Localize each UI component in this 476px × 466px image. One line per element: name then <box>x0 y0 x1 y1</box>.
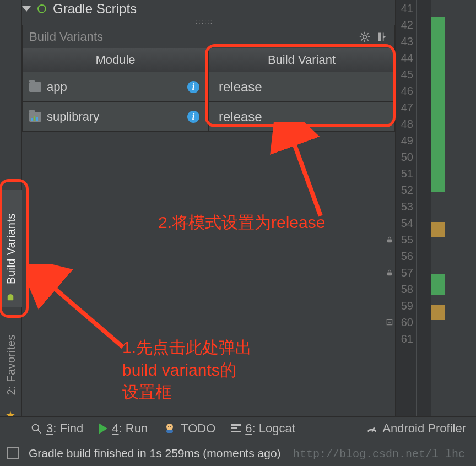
svg-rect-12 <box>378 32 381 41</box>
line-number: 45 <box>396 66 416 83</box>
lock-icon <box>386 269 393 277</box>
tool-label: 6: Logcat <box>245 421 295 436</box>
lock-icon <box>386 236 393 243</box>
info-icon[interactable]: i <box>187 111 199 123</box>
drag-handle-icon[interactable]: :::::: <box>196 18 213 25</box>
line-number: 42 <box>396 17 416 33</box>
svg-rect-15 <box>387 272 392 275</box>
svg-point-22 <box>166 424 173 430</box>
line-number: 54 <box>396 215 416 231</box>
panel-header: Build Variants <box>23 25 394 48</box>
error-stripe-marker[interactable] <box>431 305 445 320</box>
panel-title: Build Variants <box>29 30 103 44</box>
svg-line-18 <box>290 133 321 216</box>
annotation-arrow <box>260 122 332 221</box>
tool-tab-label: 2: Favorites <box>5 334 18 395</box>
svg-line-11 <box>367 33 369 35</box>
play-icon <box>99 423 107 434</box>
line-number: 43 <box>396 33 416 50</box>
line-number: 46 <box>396 83 416 99</box>
svg-rect-14 <box>387 239 392 242</box>
editor-gutter: 4142434445464748495051525354555657585960… <box>395 0 417 424</box>
tool-label: 4: Run <box>112 421 148 436</box>
hide-panel-icon[interactable] <box>377 31 388 42</box>
annotation-text: 2.将模式设置为release <box>158 212 390 234</box>
module-name: app <box>47 80 67 94</box>
error-stripe-marker[interactable] <box>431 222 445 237</box>
column-build-variant: Build Variant <box>209 48 394 72</box>
right-error-stripe <box>417 0 476 466</box>
module-folder-icon <box>29 112 41 122</box>
chevron-down-icon <box>22 6 31 12</box>
module-cell: suplibrary i <box>23 102 209 131</box>
status-indicator-icon[interactable] <box>7 447 19 459</box>
tool-todo[interactable]: TODO <box>163 421 215 436</box>
column-module: Module <box>23 48 209 72</box>
watermark-text: http://blog.csdn.net/l_lhc <box>293 448 465 460</box>
fold-icon[interactable] <box>386 318 393 326</box>
line-number: 58 <box>396 281 416 297</box>
line-number: 47 <box>396 99 416 116</box>
module-name: suplibrary <box>47 110 99 124</box>
tool-tab-label: Build Variants <box>5 213 18 284</box>
tool-logcat[interactable]: 6: Logcat <box>231 421 295 436</box>
table-header: Module Build Variant <box>23 48 394 72</box>
annotation-arrow <box>26 264 131 353</box>
tool-label: 3: Find <box>46 421 83 436</box>
tool-find[interactable]: 3: Find <box>31 421 83 436</box>
project-tree-item-gradle-scripts[interactable]: Gradle Scripts <box>22 0 137 18</box>
tool-label: TODO <box>181 421 215 436</box>
line-number: 57 <box>396 264 416 281</box>
info-icon[interactable]: i <box>187 81 199 93</box>
line-number: 44 <box>396 50 416 66</box>
module-cell: app i <box>23 72 209 101</box>
line-number: 41 <box>396 0 416 17</box>
svg-line-9 <box>367 39 369 41</box>
line-number: 53 <box>396 198 416 215</box>
svg-line-21 <box>38 430 41 433</box>
search-icon <box>31 423 42 434</box>
line-number: 61 <box>396 330 416 347</box>
tool-tab-build-variants[interactable]: Build Variants <box>0 190 22 307</box>
variant-value: release <box>215 79 262 95</box>
gear-icon[interactable] <box>359 31 370 42</box>
line-number: 50 <box>396 149 416 165</box>
svg-line-26 <box>372 427 375 431</box>
svg-line-10 <box>361 39 363 41</box>
line-number: 59 <box>396 297 416 314</box>
left-tool-strip: Build Variants 2: Favorites ★ <box>0 0 22 424</box>
line-number: 56 <box>396 248 416 264</box>
error-stripe-marker[interactable] <box>431 17 445 192</box>
build-variants-panel: Build Variants Module Build Variant <box>22 25 395 132</box>
bottom-tool-bar: 3: Find 4: Run TODO 6: Logcat Android Pr… <box>0 416 476 440</box>
tool-label: Android Profiler <box>382 421 466 436</box>
module-folder-icon <box>29 82 41 92</box>
svg-rect-0 <box>8 296 14 300</box>
svg-point-25 <box>170 426 171 427</box>
line-number: 49 <box>396 132 416 149</box>
line-number: 60 <box>396 314 416 330</box>
profiler-icon <box>366 422 378 435</box>
tool-android-profiler[interactable]: Android Profiler <box>366 421 466 436</box>
android-icon <box>6 292 15 303</box>
table-row: app i release <box>23 72 394 102</box>
todo-icon <box>163 422 176 435</box>
variant-cell[interactable]: release <box>209 102 394 131</box>
variant-value: release <box>215 109 262 124</box>
logcat-icon <box>231 424 241 432</box>
tree-item-label: Gradle Scripts <box>53 1 137 17</box>
error-stripe-marker[interactable] <box>431 274 445 295</box>
tool-tab-favorites[interactable]: 2: Favorites <box>0 322 22 408</box>
svg-line-19 <box>46 281 123 347</box>
variant-cell[interactable]: release <box>209 72 394 101</box>
svg-point-24 <box>168 426 169 427</box>
svg-point-20 <box>33 424 39 431</box>
line-number: 51 <box>396 165 416 182</box>
svg-rect-23 <box>166 430 173 433</box>
tool-run[interactable]: 4: Run <box>99 421 148 436</box>
table-row: suplibrary i release <box>23 102 394 132</box>
annotation-text: 1.先点击此处弹出build variants的设置框 <box>122 337 321 404</box>
gradle-icon <box>36 3 47 14</box>
line-number: 48 <box>396 116 416 132</box>
line-number: 55 <box>396 231 416 248</box>
